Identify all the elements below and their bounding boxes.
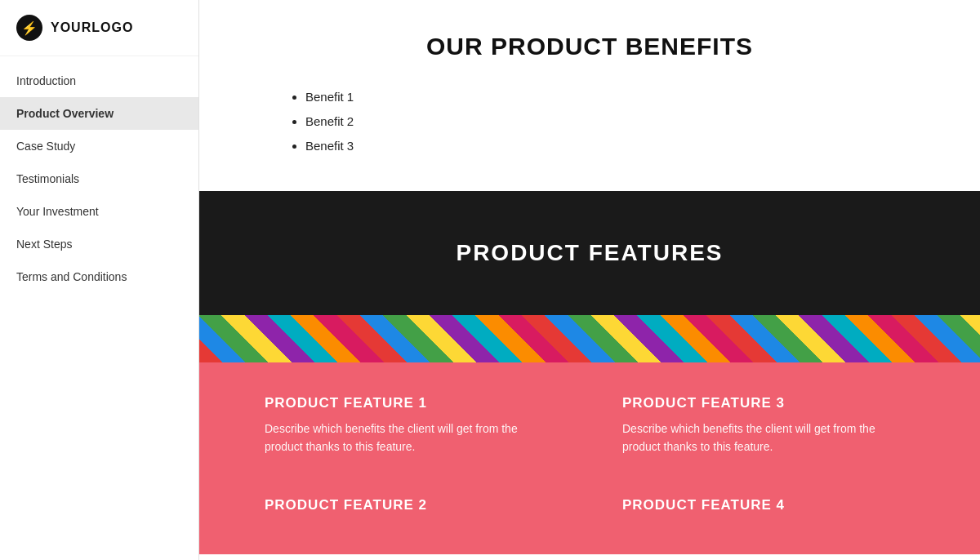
sidebar-item-product-overview[interactable]: Product Overview bbox=[0, 97, 198, 130]
features-banner-title: PRODUCT FEATURES bbox=[232, 240, 947, 266]
benefits-section: OUR PRODUCT BENEFITS Benefit 1 Benefit 2… bbox=[199, 0, 980, 191]
sidebar-item-terms-and-conditions[interactable]: Terms and Conditions bbox=[0, 260, 198, 293]
benefit-item-2: Benefit 2 bbox=[305, 109, 898, 134]
logo-area: ⚡ YOURLOGO bbox=[0, 0, 198, 56]
lightning-icon: ⚡ bbox=[21, 20, 38, 36]
sidebar-item-testimonials[interactable]: Testimonials bbox=[0, 162, 198, 195]
sidebar-item-case-study[interactable]: Case Study bbox=[0, 130, 198, 162]
feature-2-title: PRODUCT FEATURE 2 bbox=[265, 497, 557, 513]
benefit-item-3: Benefit 3 bbox=[305, 134, 898, 158]
feature-item-1: PRODUCT FEATURE 1 Describe which benefit… bbox=[265, 395, 557, 456]
benefits-title: OUR PRODUCT BENEFITS bbox=[281, 33, 898, 60]
features-detail-section: PRODUCT FEATURE 1 Describe which benefit… bbox=[199, 362, 980, 554]
benefit-item-1: Benefit 1 bbox=[305, 85, 898, 109]
feature-item-2: PRODUCT FEATURE 2 bbox=[265, 497, 557, 522]
feature-item-4: PRODUCT FEATURE 4 bbox=[622, 497, 915, 522]
sidebar-item-introduction[interactable]: Introduction bbox=[0, 64, 198, 97]
logo-text: YOURLOGO bbox=[51, 20, 133, 35]
feature-item-3: PRODUCT FEATURE 3 Describe which benefit… bbox=[622, 395, 915, 456]
benefits-list: Benefit 1 Benefit 2 Benefit 3 bbox=[281, 85, 898, 158]
main-content: OUR PRODUCT BENEFITS Benefit 1 Benefit 2… bbox=[199, 0, 980, 560]
sidebar-item-your-investment[interactable]: Your Investment bbox=[0, 195, 198, 228]
features-banner: PRODUCT FEATURES bbox=[199, 191, 980, 315]
features-grid: PRODUCT FEATURE 1 Describe which benefit… bbox=[265, 395, 915, 538]
feature-3-title: PRODUCT FEATURE 3 bbox=[622, 395, 915, 411]
feature-3-desc: Describe which benefits the client will … bbox=[622, 420, 915, 456]
nav-list: Introduction Product Overview Case Study… bbox=[0, 56, 198, 301]
sidebar: ⚡ YOURLOGO Introduction Product Overview… bbox=[0, 0, 199, 560]
graffiti-image-strip bbox=[199, 315, 980, 362]
feature-4-title: PRODUCT FEATURE 4 bbox=[622, 497, 915, 513]
feature-1-title: PRODUCT FEATURE 1 bbox=[265, 395, 557, 411]
sidebar-item-next-steps[interactable]: Next Steps bbox=[0, 228, 198, 260]
feature-1-desc: Describe which benefits the client will … bbox=[265, 420, 557, 456]
logo-icon: ⚡ bbox=[16, 15, 42, 41]
